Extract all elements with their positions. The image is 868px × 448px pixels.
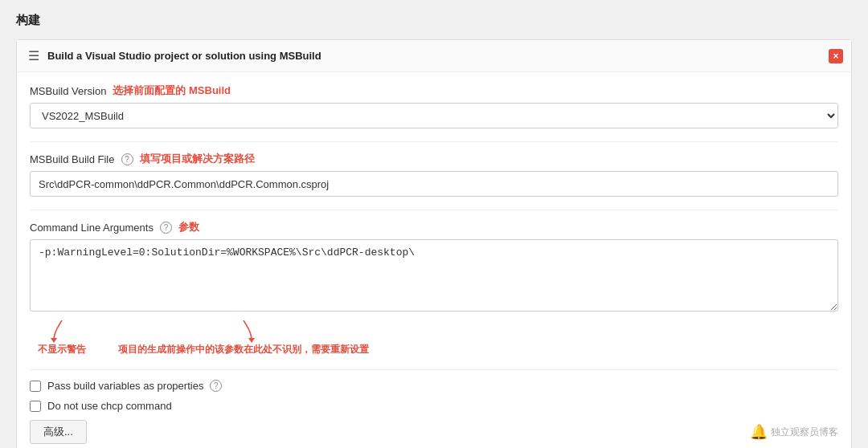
annotation-2: 项目的生成前操作中的该参数在此处不识别，需要重新设置 — [118, 320, 369, 356]
watermark-icon: 🔔 — [750, 423, 768, 441]
command-line-args-label-row: Command Line Arguments ? 参数 — [30, 220, 838, 234]
hamburger-icon[interactable]: ☰ — [28, 48, 39, 63]
close-button[interactable]: × — [829, 49, 843, 63]
msbuild-build-file-help-icon[interactable]: ? — [121, 153, 133, 165]
annotation-block: 不显示警告 项目的生成前操作中的该参数在此处不识别，需要重新设置 — [30, 320, 838, 356]
annotation-1: 不显示警告 — [38, 320, 86, 356]
footer-row: 高级... 🔔 独立观察员博客 — [30, 420, 838, 444]
msbuild-build-file-label: MSBuild Build File — [30, 153, 115, 165]
arrow1-svg — [50, 320, 74, 343]
divider-2 — [30, 210, 838, 210]
command-line-args-help-icon[interactable]: ? — [160, 222, 172, 234]
watermark-text: 独立观察员博客 — [771, 426, 838, 439]
card-header: ☰ Build a Visual Studio project or solut… — [17, 40, 851, 72]
checkbox-pass-build-vars: Pass build variables as properties ? — [30, 380, 838, 392]
msbuild-version-label-row: MSBuild Version 选择前面配置的 MSBuild — [30, 83, 838, 98]
pass-build-vars-help-icon[interactable]: ? — [210, 380, 222, 392]
pass-build-vars-label: Pass build variables as properties — [47, 380, 203, 392]
card-title: Build a Visual Studio project or solutio… — [47, 50, 840, 62]
arrow2-svg — [231, 320, 256, 343]
divider-3 — [30, 369, 838, 370]
advanced-button[interactable]: 高级... — [30, 420, 87, 444]
msbuild-version-select[interactable]: VS2022_MSBuild — [30, 103, 838, 128]
command-line-args-textarea[interactable] — [30, 239, 838, 312]
checkbox-no-chcp: Do not use chcp command — [30, 400, 838, 412]
command-line-args-group: Command Line Arguments ? 参数 — [30, 220, 838, 356]
msbuild-build-file-label-row: MSBuild Build File ? 填写项目或解决方案路径 — [30, 152, 838, 166]
msbuild-build-file-input[interactable] — [30, 171, 838, 197]
divider-1 — [30, 141, 838, 142]
arrow2-label: 项目的生成前操作中的该参数在此处不识别，需要重新设置 — [118, 343, 369, 356]
pass-build-vars-checkbox[interactable] — [30, 381, 41, 392]
page-title: 构建 — [16, 13, 852, 28]
command-line-args-annotation: 参数 — [178, 220, 199, 234]
msbuild-version-label: MSBuild Version — [30, 85, 106, 97]
arrow1-label: 不显示警告 — [38, 343, 86, 356]
card-body: MSBuild Version 选择前面配置的 MSBuild VS2022_M… — [17, 72, 851, 448]
no-chcp-label: Do not use chcp command — [47, 400, 172, 412]
msbuild-version-annotation: 选择前面配置的 MSBuild — [113, 83, 231, 98]
watermark: 🔔 独立观察员博客 — [750, 423, 838, 441]
msbuild-build-file-group: MSBuild Build File ? 填写项目或解决方案路径 — [30, 152, 838, 197]
msbuild-version-group: MSBuild Version 选择前面配置的 MSBuild VS2022_M… — [30, 83, 838, 128]
build-card: ☰ Build a Visual Studio project or solut… — [16, 39, 852, 448]
no-chcp-checkbox[interactable] — [30, 401, 41, 412]
command-line-args-wrapper — [30, 239, 838, 314]
msbuild-build-file-annotation: 填写项目或解决方案路径 — [140, 152, 255, 166]
command-line-args-label: Command Line Arguments — [30, 222, 154, 234]
